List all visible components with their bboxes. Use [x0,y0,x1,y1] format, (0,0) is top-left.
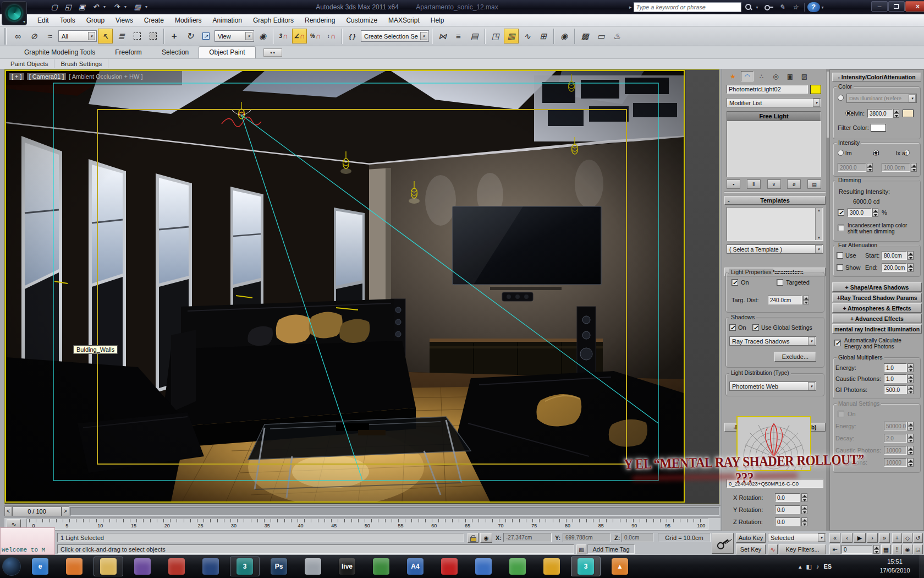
taskbar-windows-explorer[interactable] [94,557,123,576]
taskbar-turtle[interactable] [366,557,396,576]
taskbar-photoshop[interactable]: Ps [264,557,294,576]
far-atten-show-checkbox[interactable] [837,264,843,271]
mirror-button[interactable]: ⋈ [435,29,450,43]
next-frame-button[interactable]: > [62,506,69,516]
tray-sound-icon[interactable]: ♪ [816,563,820,570]
taskbar-internet-explorer[interactable]: e [25,557,55,576]
taskbar-flash[interactable] [435,557,464,576]
kelvin-spinner[interactable] [893,109,899,118]
reference-coordinate-dropdown[interactable]: View▾ [215,30,254,42]
time-slider-handle[interactable]: 0 / 100 [12,506,62,516]
z-rotation-spinner[interactable] [801,517,807,526]
caustic-photons-field[interactable]: 1.0 [884,374,907,383]
taskbar-app-green[interactable] [503,557,532,576]
exclude-button[interactable]: Exclude... [774,352,816,362]
remove-modifier-button[interactable]: ø [787,179,801,189]
incandescent-checkbox[interactable] [838,225,844,231]
z-rotation-field[interactable]: 0.0 [775,517,800,526]
taskbar-vlc[interactable]: ▲ [605,557,635,576]
tab-modify[interactable]: ◠ [741,71,754,81]
tab-create[interactable]: ★ [727,71,739,81]
d65-dropdown[interactable]: D65 Illuminant (Refere▾ [846,94,917,103]
infocenter-arrow-icon[interactable]: ▸ [629,4,632,10]
taskbar-app-gray[interactable] [298,557,328,576]
help-dropdown[interactable]: ▾ [822,5,827,10]
dimming-percent-field[interactable]: 300.0 [848,208,872,217]
edit-named-selection-sets-button[interactable]: { } [345,29,360,43]
manual-energy-spinner[interactable] [908,422,914,430]
menu-create[interactable]: Create [139,15,169,26]
taskbar-app-yellow[interactable] [537,557,566,576]
y-rotation-field[interactable]: 0.0 [775,505,800,514]
menu-graph-editors[interactable]: Graph Editors [248,15,299,26]
template-select-dropdown[interactable]: ( Select a Template )▾ [727,244,823,254]
x-coordinate-field[interactable]: -27.347cm [503,533,552,542]
go-to-start-button[interactable]: « [829,533,840,543]
taskbar-media-player[interactable] [128,557,157,576]
ribbon-minimize-dropdown[interactable]: ▾ ▾ [263,48,282,57]
redo-button[interactable]: ↷ [111,2,123,12]
d65-radio[interactable] [838,95,844,101]
menu-animation[interactable]: Animation [207,15,248,26]
use-center-button[interactable]: ◉ [255,29,270,43]
gi-photons-field[interactable]: 500.0 [884,385,907,394]
percent-snap-button[interactable]: %∩ [308,29,323,43]
tab-utilities[interactable]: ▨ [798,71,811,81]
rollout-ray-traced-shadow-params[interactable]: +Ray Traced Shadow Params [832,293,922,302]
object-name-field[interactable]: PhotometricLight02 [727,85,808,94]
menu-views[interactable]: Views [110,15,139,26]
shadow-type-dropdown[interactable]: Ray Traced Shadows▾ [729,336,816,346]
y-rotation-spinner[interactable] [801,505,807,514]
menu-customize[interactable]: Customize [340,15,383,26]
pin-stack-button[interactable]: ▪ [727,179,740,189]
manual-gi-spinner[interactable] [908,458,914,467]
previous-frame-button[interactable]: < [4,506,12,516]
object-color-swatch[interactable] [810,85,821,94]
taskbar-app-blue[interactable] [469,557,498,576]
kelvin-field[interactable]: 3800.0 [867,109,893,118]
help-button[interactable]: ? [807,2,820,12]
tab-hierarchy[interactable]: ∴ [755,71,768,81]
zoom-extents-button[interactable]: !! [892,544,902,554]
search-input[interactable] [634,2,741,12]
zoom-button[interactable]: ◉ [903,544,912,554]
menu-group[interactable]: Group [81,15,110,26]
frame-spinner[interactable] [873,545,879,554]
far-atten-end-spinner[interactable] [908,263,914,272]
snap-toggle-3d-button[interactable]: 3∩ [276,29,291,43]
undo-dropdown[interactable]: ▾ [103,2,109,12]
taskbar-app-a4[interactable]: A4 [400,557,430,576]
current-frame-field[interactable]: 0 [842,545,872,554]
layer-manager-button[interactable]: ▤ [467,29,482,43]
dimming-percent-spinner[interactable] [872,208,878,217]
use-global-settings-checkbox[interactable]: ✓ [752,324,759,331]
menu-rendering[interactable]: Rendering [299,15,340,26]
ribbon-subtab-brush-settings[interactable]: Brush Settings [54,59,108,68]
ribbon-tab-object-paint[interactable]: Object Paint [199,46,255,58]
window-crossing-button[interactable] [146,29,161,43]
listbox-scrollbar[interactable]: ▴▾ [815,208,822,240]
taskbar-3ds-max[interactable]: 3 [230,557,260,576]
lx-distance-spinner[interactable] [911,163,917,172]
targeted-checkbox[interactable] [777,279,783,286]
selection-filter-dropdown[interactable]: All▾ [58,30,97,42]
orbit-button[interactable]: ↺ [913,533,923,543]
y-coordinate-field[interactable]: 699.788cm [563,533,611,542]
selection-lock-button[interactable] [468,533,479,543]
rectangular-selection-button[interactable] [130,29,145,43]
next-key-button[interactable]: › [867,533,878,543]
viewport-render[interactable] [6,71,684,501]
manual-energy-field[interactable]: 50000.0 [884,422,907,430]
tray-show-hidden-icon[interactable]: ▴ [799,563,802,570]
maximize-viewport-button[interactable]: ◲ [913,544,923,554]
manual-caustic-field[interactable]: 10000 [884,446,907,455]
key-filters-button[interactable]: Key Filters... [779,544,826,554]
add-time-tag[interactable]: Add Time Tag [587,544,635,554]
manual-decay-field[interactable]: 2.0 [884,434,907,443]
taskbar-clock[interactable]: 15:51 17/05/2010 [872,557,917,575]
bind-to-space-warp-button[interactable]: ≈ [42,29,57,43]
project-folder-button[interactable]: ▥ [131,2,144,12]
communication-button[interactable]: ✎ [777,2,788,12]
application-button[interactable]: ▾ [2,1,27,25]
far-atten-start-field[interactable]: 80.0cm [882,251,907,260]
